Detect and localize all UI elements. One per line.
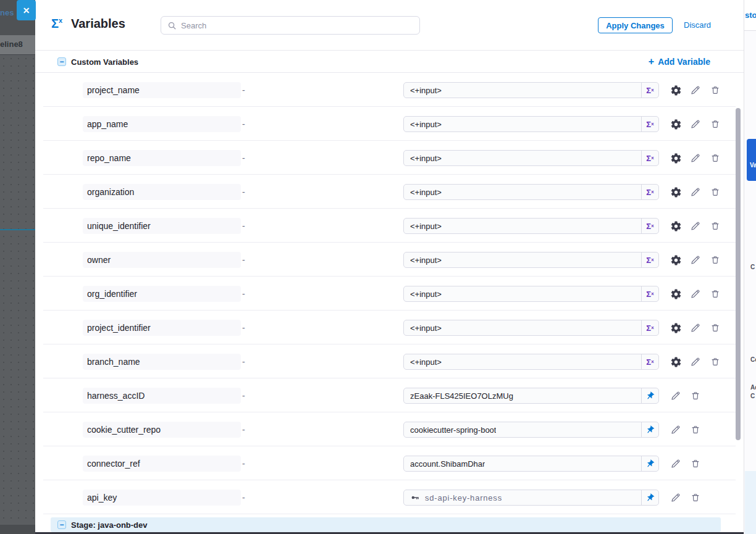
runtime-input-icon[interactable]: Σx: [641, 354, 658, 369]
delete-icon[interactable]: [708, 287, 722, 301]
settings-icon[interactable]: [669, 219, 682, 233]
settings-icon[interactable]: [669, 253, 682, 267]
edit-icon[interactable]: [689, 83, 702, 97]
variable-value-input[interactable]: <+input> Σx: [403, 150, 659, 166]
delete-icon[interactable]: [708, 253, 722, 267]
delete-icon[interactable]: [708, 355, 722, 369]
collapse-icon[interactable]: −: [57, 57, 66, 66]
variable-row: project_name - <+input> Σx: [43, 73, 736, 107]
history-link-fragment[interactable]: stor: [745, 10, 756, 20]
edit-icon[interactable]: [689, 355, 702, 369]
variable-name: organization: [83, 184, 241, 200]
background-tabrow: eline8: [0, 35, 35, 55]
delete-icon[interactable]: [689, 423, 702, 436]
variable-row: organization - <+input> Σx: [43, 175, 736, 209]
settings-icon[interactable]: [669, 117, 682, 131]
edit-icon[interactable]: [669, 389, 682, 403]
edit-icon[interactable]: [689, 321, 702, 335]
variable-value-input[interactable]: cookiecutter-spring-boot Σx: [403, 422, 659, 438]
variable-value: zEaak-FLS425IEO7OLzMUg: [410, 391, 513, 401]
variable-value: <+input>: [410, 222, 442, 231]
settings-icon[interactable]: [669, 151, 682, 165]
edit-icon[interactable]: [669, 457, 682, 470]
close-icon[interactable]: ✕: [17, 0, 36, 20]
variable-value-input[interactable]: <+input> Σx: [403, 116, 659, 132]
edit-icon[interactable]: [689, 219, 702, 233]
edit-icon[interactable]: [689, 151, 702, 165]
runtime-input-icon[interactable]: Σx: [641, 320, 658, 335]
pin-icon[interactable]: [641, 490, 658, 505]
variable-value-input[interactable]: <+input> Σx: [403, 184, 659, 200]
apply-changes-button[interactable]: Apply Changes: [598, 17, 673, 33]
rail-tab-label-2[interactable]: Co: [750, 356, 756, 363]
edit-icon[interactable]: [689, 253, 702, 267]
variable-type-dash: -: [242, 82, 245, 98]
settings-icon[interactable]: [669, 287, 682, 301]
collapse-icon[interactable]: −: [57, 520, 66, 529]
delete-icon[interactable]: [708, 151, 722, 165]
settings-icon[interactable]: [669, 321, 682, 335]
row-actions: [669, 185, 722, 199]
runtime-input-icon[interactable]: Σx: [641, 151, 658, 165]
variable-name: owner: [83, 252, 241, 268]
delete-icon[interactable]: [708, 185, 722, 199]
delete-icon[interactable]: [689, 457, 702, 470]
search-input[interactable]: [181, 21, 413, 30]
variable-value-input[interactable]: <+input> Σx: [403, 286, 659, 302]
variable-type-dash: -: [242, 184, 245, 200]
search-box[interactable]: [161, 16, 420, 35]
variable-name: repo_name: [83, 150, 241, 166]
edit-icon[interactable]: [689, 117, 702, 131]
runtime-input-icon[interactable]: Σx: [641, 185, 658, 199]
variable-value-input[interactable]: <+input> Σx: [403, 354, 659, 370]
discard-button[interactable]: Discard: [684, 20, 711, 30]
pin-icon[interactable]: [641, 456, 658, 471]
delete-icon[interactable]: [708, 321, 722, 335]
pin-icon[interactable]: [641, 422, 658, 437]
variable-value-input[interactable]: sd-api-key-harness Σx: [403, 490, 659, 506]
row-actions: [669, 457, 702, 470]
row-actions: [669, 151, 722, 165]
variable-value-input[interactable]: account.ShibamDhar Σx: [403, 456, 659, 472]
variable-name: app_name: [83, 116, 241, 132]
variable-type-dash: -: [242, 320, 245, 336]
delete-icon[interactable]: [708, 117, 722, 131]
edit-icon[interactable]: [669, 423, 682, 436]
delete-icon[interactable]: [708, 83, 722, 97]
delete-icon[interactable]: [689, 491, 702, 504]
edit-icon[interactable]: [669, 491, 682, 504]
vertical-scrollbar[interactable]: [736, 108, 741, 440]
settings-icon[interactable]: [669, 355, 682, 369]
variable-value-input[interactable]: zEaak-FLS425IEO7OLzMUg Σx: [403, 388, 659, 404]
variable-name: project_identifier: [83, 320, 241, 336]
variable-type-dash: -: [242, 456, 245, 472]
pin-icon[interactable]: [641, 388, 658, 403]
rail-tab-label-1[interactable]: C: [750, 264, 755, 270]
runtime-input-icon[interactable]: Σx: [641, 117, 658, 131]
stage-section-header[interactable]: − Stage: java-onb-dev: [51, 517, 721, 532]
runtime-input-icon[interactable]: Σx: [641, 83, 658, 98]
rail-tab-label-3-line2[interactable]: C: [750, 393, 755, 399]
variable-value: <+input>: [410, 120, 442, 129]
delete-icon[interactable]: [708, 219, 722, 233]
variable-row: app_name - <+input> Σx: [43, 107, 736, 141]
edit-icon[interactable]: [689, 287, 702, 301]
tab-variables-active[interactable]: Va: [747, 139, 756, 181]
rail-tab-label-3-line1[interactable]: Ad: [750, 384, 756, 391]
variable-value-input[interactable]: <+input> Σx: [403, 252, 659, 268]
variable-value-input[interactable]: <+input> Σx: [403, 218, 659, 234]
edit-icon[interactable]: [689, 185, 702, 199]
variable-value: sd-api-key-harness: [425, 493, 502, 503]
variable-value-input[interactable]: <+input> Σx: [403, 82, 659, 98]
runtime-input-icon[interactable]: Σx: [641, 252, 658, 267]
variable-type-dash: -: [242, 116, 245, 132]
settings-icon[interactable]: [669, 185, 682, 199]
runtime-input-icon[interactable]: Σx: [641, 219, 658, 233]
variable-type-dash: -: [242, 252, 245, 268]
variable-value-input[interactable]: <+input> Σx: [403, 320, 659, 336]
add-variable-button[interactable]: + Add Variable: [649, 56, 710, 67]
settings-icon[interactable]: [669, 83, 682, 97]
canvas-connector-line: [0, 229, 35, 230]
runtime-input-icon[interactable]: Σx: [641, 286, 658, 301]
delete-icon[interactable]: [689, 389, 702, 403]
